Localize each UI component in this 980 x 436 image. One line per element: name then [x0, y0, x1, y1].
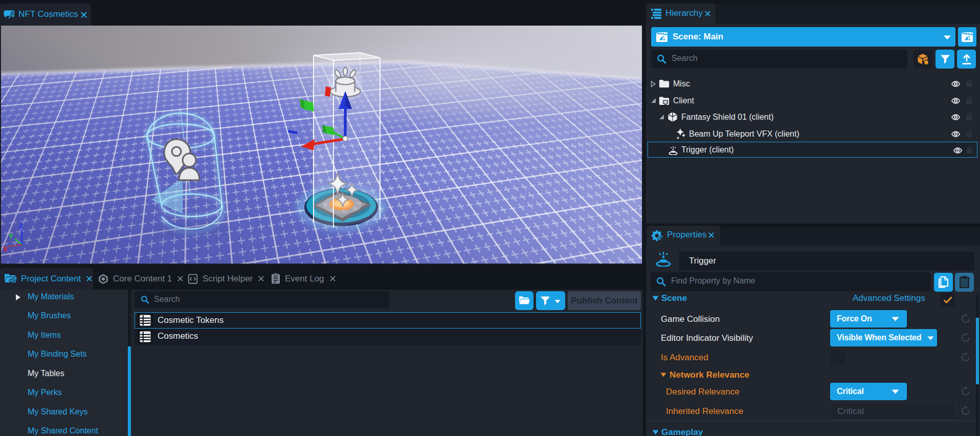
- svg-text:Z: Z: [19, 222, 23, 230]
- svg-text:Y: Y: [9, 232, 13, 240]
- svg-text:X: X: [3, 245, 8, 253]
